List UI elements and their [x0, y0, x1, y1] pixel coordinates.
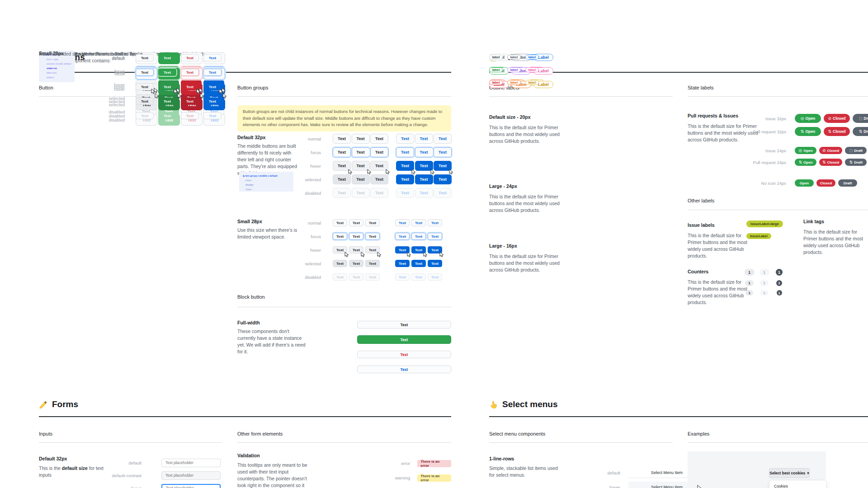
- button-v0-hover[interactable]: Text: [136, 83, 154, 90]
- chip-text: Label: [538, 55, 549, 60]
- state-chip-open[interactable]: ⇅Open: [795, 127, 821, 136]
- counter-badge[interactable]: 1: [777, 290, 782, 296]
- button-label: Text: [336, 235, 344, 239]
- button-v1-selected[interactable]: Text: [158, 98, 176, 105]
- group-button-normal[interactable]: Text: [333, 219, 347, 226]
- group-description: This is the default size for Primer butt…: [803, 229, 868, 256]
- button-label: Text: [164, 99, 171, 103]
- block-buttons-list: TextTextTextText: [357, 51, 451, 397]
- button-v1-hover[interactable]: Text: [158, 83, 176, 90]
- counter-badge[interactable]: 1: [760, 280, 769, 286]
- issue-label-chip[interactable]: IssueLabel: [746, 233, 771, 239]
- state-chip-closed[interactable]: Closed: [816, 179, 835, 187]
- label-chip-orange[interactable]: label: [507, 80, 521, 85]
- chip-text: label: [492, 55, 500, 59]
- button-v2-default[interactable]: Text: [181, 54, 199, 61]
- counter-badge[interactable]: 1: [776, 280, 782, 286]
- button-v0-selected[interactable]: Text: [136, 98, 154, 105]
- dropdown-menu-item[interactable]: Cookies: [769, 480, 826, 488]
- button-v2-focus[interactable]: Text: [181, 69, 199, 76]
- button-v3-focus[interactable]: Text: [203, 69, 222, 76]
- label-chip-yellow[interactable]: label: [525, 80, 539, 85]
- button-v2-hover[interactable]: Text: [181, 83, 199, 90]
- counter-badge[interactable]: 1: [760, 269, 769, 276]
- layer-row: spacer: [42, 76, 71, 79]
- block-button-v1[interactable]: Text: [357, 335, 451, 344]
- counter-badge[interactable]: 1: [776, 269, 783, 276]
- label-chip-neutral[interactable]: label: [489, 55, 503, 60]
- button-v0-disabled[interactable]: Text: [136, 112, 154, 119]
- state-chip-closed[interactable]: ⊘Closed: [819, 147, 842, 154]
- button-v3-hover[interactable]: Text: [203, 83, 222, 90]
- label-chip-blue[interactable]: label: [525, 55, 539, 60]
- text-input-default[interactable]: [161, 459, 221, 467]
- button-v3-disabled[interactable]: Text: [203, 112, 222, 119]
- error-tooltip: There is an error: [417, 460, 451, 467]
- button-v1-disabled[interactable]: Text: [158, 112, 176, 119]
- button-v2-disabled[interactable]: Text: [181, 112, 199, 119]
- counter-badge[interactable]: 1: [745, 290, 753, 296]
- group-button-disabled[interactable]: Text: [333, 188, 351, 198]
- block-button-v0[interactable]: Text: [357, 321, 451, 328]
- group-button-focus[interactable]: Text: [333, 147, 351, 157]
- state-chip-closed[interactable]: ⊘Closed: [824, 114, 850, 123]
- state-chip-open[interactable]: ◎Open: [795, 114, 821, 123]
- state-row-label: Issue 32px: [688, 116, 786, 121]
- counter-badge[interactable]: 1: [760, 290, 768, 296]
- counter-cell: 1: [772, 290, 787, 296]
- group-button-hover[interactable]: Text: [333, 161, 351, 171]
- subsection-heading: Examples: [688, 431, 709, 436]
- select-dropdown-button[interactable]: Select best cookies ▾: [769, 468, 810, 478]
- button-label: Text: [141, 114, 148, 118]
- block-button-v3[interactable]: Text: [357, 366, 451, 373]
- issue-label-chip-large[interactable]: IssueLabel-large: [746, 221, 783, 227]
- group-button-focus[interactable]: Text: [333, 233, 347, 240]
- group-name: 1-line-rows: [489, 456, 514, 461]
- state-chip-draft[interactable]: ⇅Draft: [853, 127, 868, 136]
- label-chip-pink[interactable]: label: [525, 67, 539, 72]
- state-label: selected: [80, 99, 125, 104]
- text-input-contrast[interactable]: [161, 471, 221, 480]
- label-chip-red[interactable]: label: [489, 80, 503, 85]
- button-v0-default[interactable]: Text: [136, 54, 154, 61]
- cursor-icon: [344, 252, 349, 257]
- state-chip-draft[interactable]: Draft: [838, 179, 857, 187]
- group-button-hover[interactable]: Text: [333, 246, 347, 253]
- button-v0-focus[interactable]: Text: [136, 69, 154, 76]
- block-button-v2[interactable]: Text: [357, 351, 451, 358]
- group-button-selected[interactable]: Text: [333, 260, 347, 267]
- counter-cell: 1: [742, 290, 757, 296]
- label-chip-purple[interactable]: label: [507, 67, 521, 72]
- state-chip-open[interactable]: ⇅Open: [795, 159, 816, 166]
- button-label: Text: [186, 70, 193, 75]
- state-chip-draft[interactable]: ◌Draft: [845, 147, 867, 154]
- cursor-icon: [361, 252, 365, 257]
- button-v1-default[interactable]: Text: [158, 54, 176, 61]
- state-chip-draft[interactable]: ◌Draft: [853, 114, 868, 123]
- pr-icon: ⇅: [799, 160, 802, 164]
- counter-cell: 1: [742, 280, 757, 286]
- label-chip-green[interactable]: label: [489, 67, 503, 72]
- counter-badge[interactable]: 1: [745, 269, 755, 276]
- group-button-disabled[interactable]: Text: [333, 273, 347, 281]
- state-chip-closed[interactable]: ⇅Closed: [824, 127, 850, 136]
- state-chip-open[interactable]: ◎Open: [795, 147, 816, 154]
- group-button-normal[interactable]: Text: [333, 134, 351, 144]
- counter-badge[interactable]: 1: [745, 280, 754, 286]
- group-name: Validation: [237, 453, 260, 458]
- group-description: This is the default size for Primer butt…: [489, 124, 561, 145]
- button-v3-default[interactable]: Text: [203, 54, 222, 61]
- state-chip-open[interactable]: Open: [795, 179, 814, 187]
- button-v3-selected[interactable]: Text: [203, 98, 222, 105]
- input-row: focus: [39, 483, 221, 488]
- label-chip-gray[interactable]: label: [507, 55, 521, 60]
- group-button-selected[interactable]: Text: [333, 174, 351, 184]
- button-v1-focus[interactable]: Text: [158, 69, 176, 76]
- button-label: Text: [401, 338, 408, 342]
- button-v2-selected[interactable]: Text: [181, 98, 199, 105]
- state-label: focus: [237, 234, 321, 239]
- state-chip-draft[interactable]: ⇅Draft: [845, 159, 867, 166]
- state-chip-closed[interactable]: ⇅Closed: [819, 159, 842, 166]
- text-input-focus[interactable]: [161, 484, 221, 488]
- state-label: default-contrast: [39, 473, 142, 478]
